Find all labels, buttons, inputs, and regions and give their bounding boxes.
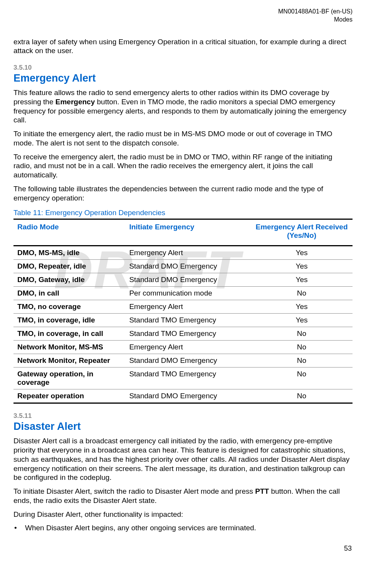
emergency-operation-table: Radio Mode Initiate Emergency Emergency … [13, 219, 353, 404]
s1-para4: The following table illustrates the depe… [13, 184, 353, 203]
table-row: TMO, in coverage, in callStandard TMO Em… [13, 327, 353, 341]
cell-received: No [251, 287, 353, 300]
cell-received: Yes [251, 260, 353, 273]
cell-radio-mode: TMO, in coverage, in call [13, 327, 125, 341]
chapter-name: Modes [13, 16, 353, 24]
page-header: MN001488A01-BF (en-US) Modes [13, 8, 353, 24]
cell-radio-mode: DMO, MS-MS, idle [13, 246, 125, 260]
cell-initiate: Standard TMO Emergency [125, 327, 251, 341]
cell-radio-mode: Repeater operation [13, 389, 125, 403]
table-row: TMO, no coverageEmergency AlertYes [13, 300, 353, 314]
cell-initiate: Standard DMO Emergency [125, 354, 251, 368]
cell-initiate: Standard TMO Emergency [125, 314, 251, 327]
doc-id: MN001488A01-BF (en-US) [13, 8, 353, 16]
table-row: Network Monitor, RepeaterStandard DMO Em… [13, 354, 353, 368]
cell-initiate: Standard DMO Emergency [125, 260, 251, 273]
cell-initiate: Emergency Alert [125, 300, 251, 314]
bullet-item: • When Disaster Alert begins, any other … [13, 523, 353, 533]
cell-received: No [251, 368, 353, 389]
section-title-emergency-alert: Emergency Alert [13, 72, 353, 84]
cell-radio-mode: DMO, Gateway, idle [13, 273, 125, 287]
s2-p2-text-a: To initiate Disaster Alert, switch the r… [13, 487, 255, 495]
s2-para2: To initiate Disaster Alert, switch the r… [13, 487, 353, 505]
table-row: Gateway operation, in coverageStandard T… [13, 368, 353, 389]
cell-radio-mode: Network Monitor, Repeater [13, 354, 125, 368]
cell-received: No [251, 327, 353, 341]
bullet-text: When Disaster Alert begins, any other on… [25, 523, 256, 533]
s2-p2-bold: PTT [255, 487, 269, 495]
section-number-1: 3.5.10 [13, 64, 353, 72]
cell-radio-mode: TMO, in coverage, idle [13, 314, 125, 327]
cell-initiate: Standard TMO Emergency [125, 368, 251, 389]
cell-radio-mode: DMO, Repeater, idle [13, 260, 125, 273]
cell-radio-mode: TMO, no coverage [13, 300, 125, 314]
table-row: DMO, Repeater, idleStandard DMO Emergenc… [13, 260, 353, 273]
table-row: TMO, in coverage, idleStandard TMO Emerg… [13, 314, 353, 327]
cell-radio-mode: Gateway operation, in coverage [13, 368, 125, 389]
s1-p1-bold: Emergency [55, 98, 95, 106]
s1-para2: To initiate the emergency alert, the rad… [13, 129, 353, 148]
cell-received: No [251, 389, 353, 403]
cell-initiate: Per communication mode [125, 287, 251, 300]
bullet-marker: • [13, 523, 25, 533]
table-row: DMO, Gateway, idleStandard DMO Emergency… [13, 273, 353, 287]
cell-initiate: Standard DMO Emergency [125, 389, 251, 403]
cell-received: Yes [251, 273, 353, 287]
table-header-initiate: Initiate Emergency [125, 219, 251, 246]
cell-initiate: Emergency Alert [125, 341, 251, 354]
table-row: Network Monitor, MS-MSEmergency AlertNo [13, 341, 353, 354]
table-row: Repeater operationStandard DMO Emergency… [13, 389, 353, 403]
section-number-2: 3.5.11 [13, 412, 353, 420]
cell-received: No [251, 341, 353, 354]
section-title-disaster-alert: Disaster Alert [13, 421, 353, 433]
table-caption: Table 11: Emergency Operation Dependenci… [13, 209, 353, 217]
cell-received: No [251, 354, 353, 368]
cell-radio-mode: DMO, in call [13, 287, 125, 300]
s1-para3: To receive the emergency alert, the radi… [13, 152, 353, 180]
cell-received: Yes [251, 246, 353, 260]
table-row: DMO, MS-MS, idleEmergency AlertYes [13, 246, 353, 260]
table-header-radio-mode: Radio Mode [13, 219, 125, 246]
cell-received: Yes [251, 300, 353, 314]
intro-paragraph: extra layer of safety when using Emergen… [13, 37, 353, 56]
table-row: DMO, in callPer communication modeNo [13, 287, 353, 300]
cell-received: Yes [251, 314, 353, 327]
s2-para3: During Disaster Alert, other functionali… [13, 510, 353, 519]
s2-para1: Disaster Alert call is a broadcast emerg… [13, 436, 353, 482]
s1-para1: This feature allows the radio to send em… [13, 88, 353, 125]
cell-initiate: Standard DMO Emergency [125, 273, 251, 287]
table-header-received: Emergency Alert Received (Yes/No) [251, 219, 353, 246]
page-number: 53 [13, 545, 353, 553]
cell-initiate: Emergency Alert [125, 246, 251, 260]
cell-radio-mode: Network Monitor, MS-MS [13, 341, 125, 354]
